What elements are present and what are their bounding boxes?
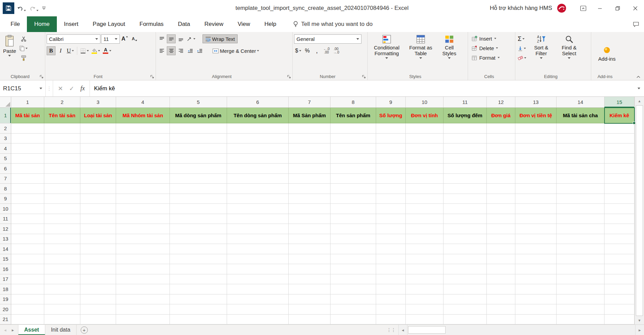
cell-r5c15[interactable] bbox=[605, 154, 634, 164]
cell-r8c10[interactable] bbox=[406, 184, 444, 194]
column-header-12[interactable]: 12 bbox=[487, 97, 515, 107]
cell-r17c1[interactable] bbox=[11, 274, 44, 285]
cell-r16c15[interactable] bbox=[605, 264, 634, 274]
cell-r21c6[interactable] bbox=[227, 315, 289, 325]
cell-r13c4[interactable] bbox=[116, 234, 170, 244]
scroll-down-icon[interactable]: ▾ bbox=[635, 316, 644, 324]
cell-r9c10[interactable] bbox=[406, 194, 444, 204]
cell-r14c9[interactable] bbox=[376, 244, 406, 254]
cell-r17c3[interactable] bbox=[80, 274, 116, 285]
cell-r6c10[interactable] bbox=[406, 164, 444, 174]
enter-icon[interactable]: ✓ bbox=[69, 85, 74, 92]
cell-r2c6[interactable] bbox=[227, 123, 289, 134]
cell-r3c11[interactable] bbox=[444, 134, 487, 144]
cell-r21c11[interactable] bbox=[444, 315, 487, 325]
cell-r12c7[interactable] bbox=[289, 224, 331, 234]
column-header-1[interactable]: 1 bbox=[11, 97, 44, 107]
font-dialog-launcher-icon[interactable] bbox=[150, 75, 154, 79]
cell-r1c13[interactable]: Đơn vị tiền tệ bbox=[515, 108, 557, 123]
cell-r4c1[interactable] bbox=[11, 143, 44, 154]
cell-r16c3[interactable] bbox=[80, 264, 116, 274]
cell-r11c1[interactable] bbox=[11, 214, 44, 224]
cell-r21c12[interactable] bbox=[487, 315, 515, 325]
horizontal-scrollbar-thumb[interactable] bbox=[408, 326, 446, 334]
cell-r13c9[interactable] bbox=[376, 234, 406, 244]
borders-button[interactable] bbox=[79, 46, 90, 55]
cell-r5c12[interactable] bbox=[487, 154, 515, 164]
cut-button[interactable] bbox=[18, 34, 29, 43]
cell-r16c9[interactable] bbox=[376, 264, 406, 274]
sheet-tab-init-data[interactable]: Init data bbox=[45, 325, 77, 335]
cell-r4c10[interactable] bbox=[406, 143, 444, 154]
cell-r14c15[interactable] bbox=[605, 244, 634, 254]
cell-r6c14[interactable] bbox=[557, 164, 605, 174]
cell-r10c14[interactable] bbox=[557, 204, 605, 214]
cell-r2c14[interactable] bbox=[557, 123, 605, 134]
column-header-2[interactable]: 2 bbox=[44, 97, 80, 107]
cell-r10c11[interactable] bbox=[444, 204, 487, 214]
cell-r19c4[interactable] bbox=[116, 294, 170, 305]
ribbon-tab-view[interactable]: View bbox=[230, 16, 257, 32]
merge-center-button[interactable]: Merge & Center bbox=[210, 46, 261, 55]
cell-r15c3[interactable] bbox=[80, 254, 116, 264]
cell-r19c15[interactable] bbox=[605, 294, 634, 305]
cell-r1c12[interactable]: Đơn giá bbox=[487, 108, 515, 123]
cell-r13c8[interactable] bbox=[331, 234, 376, 244]
column-header-4[interactable]: 4 bbox=[116, 97, 170, 107]
cell-r4c8[interactable] bbox=[331, 143, 376, 154]
cell-styles-button[interactable]: Cell Styles bbox=[437, 34, 462, 60]
cell-r16c6[interactable] bbox=[227, 264, 289, 274]
cell-r2c11[interactable] bbox=[444, 123, 487, 134]
cell-r20c1[interactable] bbox=[11, 304, 44, 315]
cell-r11c15[interactable] bbox=[605, 214, 634, 224]
cell-r21c1[interactable] bbox=[11, 315, 44, 325]
cell-r18c15[interactable] bbox=[605, 284, 634, 294]
cell-r7c10[interactable] bbox=[406, 174, 444, 184]
cell-r9c3[interactable] bbox=[80, 194, 116, 204]
cell-r21c8[interactable] bbox=[331, 315, 376, 325]
cell-r15c11[interactable] bbox=[444, 254, 487, 264]
cell-r16c7[interactable] bbox=[289, 264, 331, 274]
clear-button[interactable] bbox=[517, 54, 527, 62]
row-header-5[interactable]: 5 bbox=[0, 154, 11, 164]
cell-r11c14[interactable] bbox=[557, 214, 605, 224]
cell-r2c7[interactable] bbox=[289, 123, 331, 134]
cell-r14c5[interactable] bbox=[170, 244, 227, 254]
cell-r16c2[interactable] bbox=[44, 264, 80, 274]
cell-r11c10[interactable] bbox=[406, 214, 444, 224]
cell-r13c12[interactable] bbox=[487, 234, 515, 244]
cell-r3c8[interactable] bbox=[331, 134, 376, 144]
cell-r13c11[interactable] bbox=[444, 234, 487, 244]
column-header-15[interactable]: 15 bbox=[605, 97, 634, 107]
cell-r7c14[interactable] bbox=[557, 174, 605, 184]
cell-r21c10[interactable] bbox=[406, 315, 444, 325]
cell-r18c5[interactable] bbox=[170, 284, 227, 294]
cell-r13c7[interactable] bbox=[289, 234, 331, 244]
ribbon-tab-home[interactable]: Home bbox=[27, 16, 57, 32]
cell-r14c1[interactable] bbox=[11, 244, 44, 254]
cell-r9c1[interactable] bbox=[11, 194, 44, 204]
cell-r20c5[interactable] bbox=[170, 304, 227, 315]
cell-r7c5[interactable] bbox=[170, 174, 227, 184]
cell-r6c11[interactable] bbox=[444, 164, 487, 174]
cell-r18c1[interactable] bbox=[11, 284, 44, 294]
row-header-7[interactable]: 7 bbox=[0, 174, 11, 184]
cell-r20c12[interactable] bbox=[487, 304, 515, 315]
cell-r3c9[interactable] bbox=[376, 134, 406, 144]
ribbon-tab-file[interactable]: File bbox=[3, 16, 27, 32]
cell-r16c4[interactable] bbox=[116, 264, 170, 274]
cell-r4c15[interactable] bbox=[605, 143, 634, 154]
cell-r3c7[interactable] bbox=[289, 134, 331, 144]
scroll-up-icon[interactable]: ▴ bbox=[635, 97, 644, 105]
cell-r10c7[interactable] bbox=[289, 204, 331, 214]
cell-r8c12[interactable] bbox=[487, 184, 515, 194]
cell-r6c15[interactable] bbox=[605, 164, 634, 174]
cell-r3c6[interactable] bbox=[227, 134, 289, 144]
cell-r14c3[interactable] bbox=[80, 244, 116, 254]
align-right-button[interactable] bbox=[176, 46, 185, 55]
account-label[interactable]: Hỗ trợ khách hàng HMS bbox=[490, 5, 552, 12]
cell-r1c3[interactable]: Loại tài sản bbox=[80, 108, 116, 123]
cell-r18c3[interactable] bbox=[80, 284, 116, 294]
cell-r3c1[interactable] bbox=[11, 134, 44, 144]
comma-style-button[interactable]: , bbox=[312, 46, 321, 55]
